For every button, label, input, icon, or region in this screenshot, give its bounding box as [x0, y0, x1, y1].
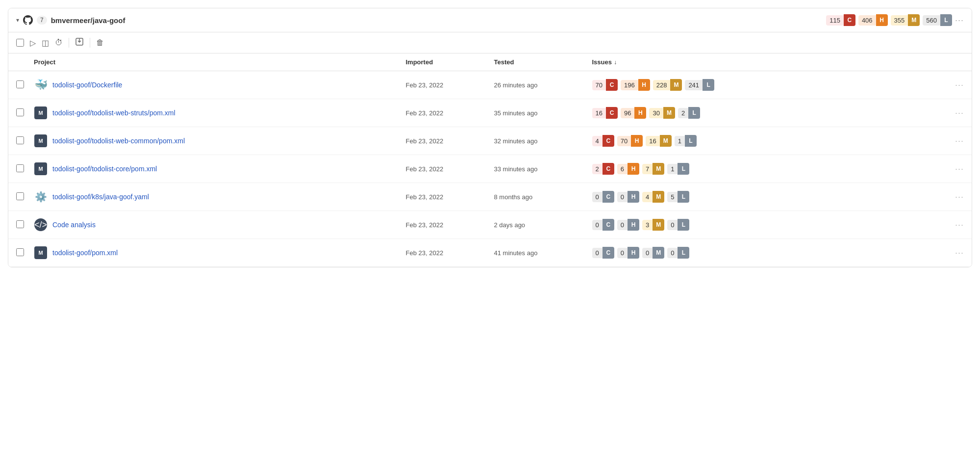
chevron-icon[interactable]: ▾	[16, 17, 19, 24]
project-icon-container: M	[34, 134, 48, 148]
github-icon	[23, 15, 33, 25]
issue-pair-m: 0 M	[642, 247, 664, 259]
issue-num-h: 6	[617, 164, 628, 174]
imported-date: Feb 23, 2022	[406, 249, 494, 257]
issue-num-h: 196	[621, 80, 638, 90]
project-link[interactable]: todolist-goof/k8s/java-goof.yaml	[52, 193, 149, 201]
row-checkbox[interactable]	[16, 136, 24, 144]
code-icon: </>	[34, 218, 47, 231]
row-more-icon[interactable]: ···	[955, 248, 964, 258]
project-cell: ⚙️ todolist-goof/k8s/java-goof.yaml	[34, 190, 406, 204]
summary-badges: 115 C 406 H 355 M 560 L	[826, 14, 952, 26]
issue-num-h: 70	[617, 136, 631, 146]
header-more-icon[interactable]: ···	[955, 15, 964, 26]
issue-letter-m: M	[653, 247, 664, 259]
repo-badge-count: 7	[37, 16, 47, 25]
k8s-icon: ⚙️	[35, 191, 47, 203]
tested-time: 26 minutes ago	[494, 81, 592, 89]
issue-pair-c: 0 C	[592, 191, 614, 203]
issue-letter-c: C	[603, 163, 614, 175]
project-icon-container: 🐳	[34, 78, 48, 92]
summary-badge-c: 115 C	[826, 14, 855, 26]
project-cell: </> Code analysis	[34, 218, 406, 232]
issue-pair-m: 228 M	[653, 79, 682, 91]
issue-letter-h: H	[628, 219, 639, 231]
issue-pair-m: 4 M	[642, 191, 664, 203]
issue-pair-m: 30 M	[649, 107, 675, 119]
row-checkbox[interactable]	[16, 220, 24, 228]
import-icon[interactable]	[75, 37, 84, 48]
badge-letter-m: M	[908, 14, 920, 26]
row-checkbox[interactable]	[16, 108, 24, 116]
imported-date: Feb 23, 2022	[406, 109, 494, 117]
repo-header: ▾ 7 bmvermeer/java-goof 115 C 406 H 355 …	[8, 8, 972, 32]
project-link[interactable]: todolist-goof/pom.xml	[52, 249, 118, 257]
row-checkbox[interactable]	[16, 164, 24, 172]
stop-icon[interactable]: ◫	[42, 38, 49, 48]
tested-time: 8 months ago	[494, 193, 592, 201]
project-icon-container: M	[34, 162, 48, 176]
issue-pair-l: 1 L	[667, 163, 689, 175]
row-checkbox-cell	[16, 80, 34, 90]
issue-pair-h: 6 H	[617, 163, 639, 175]
badge-letter-c: C	[844, 14, 855, 26]
row-checkbox[interactable]	[16, 192, 24, 200]
badge-letter-l: L	[940, 14, 952, 26]
row-checkbox[interactable]	[16, 80, 24, 88]
issue-letter-h: H	[628, 163, 639, 175]
project-link[interactable]: todolist-goof/todolist-web-common/pom.xm…	[52, 137, 185, 145]
badge-num-h: 406	[858, 15, 876, 26]
play-icon[interactable]: ▷	[30, 38, 36, 48]
tested-time: 33 minutes ago	[494, 165, 592, 173]
project-link[interactable]: todolist-goof/todolist-core/pom.xml	[52, 165, 157, 173]
row-more-icon[interactable]: ···	[955, 164, 964, 174]
project-link[interactable]: Code analysis	[52, 221, 96, 229]
project-link[interactable]: todolist-goof/Dockerfile	[52, 81, 122, 89]
select-all-checkbox[interactable]	[16, 39, 24, 47]
issue-letter-m: M	[670, 79, 682, 91]
toolbar-divider-2	[90, 38, 90, 48]
issues-col-header[interactable]: Issues ↓	[592, 58, 964, 66]
row-checkbox[interactable]	[16, 248, 24, 256]
row-more-icon[interactable]: ···	[955, 220, 964, 230]
table-body: 🐳 todolist-goof/Dockerfile Feb 23, 2022 …	[8, 71, 972, 267]
clock-icon[interactable]: ⏱	[55, 38, 63, 47]
main-container: ▾ 7 bmvermeer/java-goof 115 C 406 H 355 …	[8, 8, 972, 267]
issue-num-h: 0	[617, 192, 628, 202]
issue-letter-c: C	[603, 219, 614, 231]
m-icon: M	[34, 162, 47, 175]
delete-icon[interactable]: 🗑	[96, 38, 104, 47]
issue-pair-m: 16 M	[646, 135, 671, 147]
table-row: 🐳 todolist-goof/Dockerfile Feb 23, 2022 …	[8, 71, 972, 99]
issue-letter-h: H	[638, 79, 650, 91]
issue-num-m: 3	[642, 220, 653, 230]
issues-cell: 2 C 6 H 7 M 1 L	[592, 163, 690, 175]
row-more-icon[interactable]: ···	[955, 80, 964, 90]
issue-num-c: 16	[592, 108, 606, 118]
issue-letter-l: L	[703, 79, 714, 91]
issues-and-more: 0 C 0 H 0 M 0 L ···	[592, 247, 964, 259]
project-link[interactable]: todolist-goof/todolist-web-struts/pom.xm…	[52, 109, 176, 117]
row-more-icon[interactable]: ···	[955, 192, 964, 202]
issues-cell: 70 C 196 H 228 M 241 L	[592, 79, 715, 91]
m-icon: M	[34, 246, 47, 259]
issue-num-h: 96	[621, 108, 634, 118]
issue-pair-l: 1 L	[675, 135, 697, 147]
docker-icon: 🐳	[34, 79, 48, 91]
project-cell: 🐳 todolist-goof/Dockerfile	[34, 78, 406, 92]
issue-letter-c: C	[606, 107, 618, 119]
issues-cell: 4 C 70 H 16 M 1 L	[592, 135, 697, 147]
table-header: Project Imported Tested Issues ↓	[8, 53, 972, 71]
issue-letter-l: L	[685, 135, 697, 147]
issue-pair-h: 0 H	[617, 191, 639, 203]
issue-num-l: 0	[667, 220, 678, 230]
issue-letter-h: H	[628, 191, 639, 203]
row-more-icon[interactable]: ···	[955, 136, 964, 146]
issue-num-l: 2	[678, 108, 688, 118]
project-cell: M todolist-goof/todolist-web-common/pom.…	[34, 134, 406, 148]
summary-badge-h: 406 H	[858, 14, 888, 26]
issue-pair-l: 2 L	[678, 107, 700, 119]
issue-pair-h: 196 H	[621, 79, 650, 91]
row-more-icon[interactable]: ···	[955, 108, 964, 118]
issue-pair-l: 241 L	[685, 79, 714, 91]
